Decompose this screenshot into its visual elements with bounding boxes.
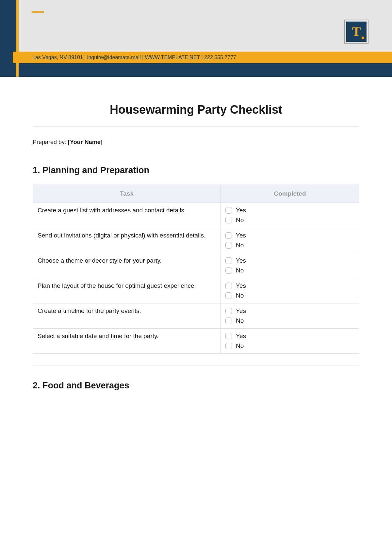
option-no: No <box>225 317 354 324</box>
task-cell: Select a suitable date and time for the … <box>33 329 221 354</box>
completed-cell: YesNo <box>221 253 359 278</box>
option-label-yes: Yes <box>236 307 246 315</box>
table-row: Select a suitable date and time for the … <box>33 329 359 354</box>
logo-dot-icon <box>362 37 364 39</box>
option-label-no: No <box>236 242 244 249</box>
option-no: No <box>225 342 354 350</box>
page-title: Housewarming Party Checklist <box>33 103 359 117</box>
checkbox-yes[interactable] <box>225 308 232 314</box>
option-label-no: No <box>236 267 244 274</box>
section-1-table: Task Completed Create a guest list with … <box>33 185 359 354</box>
option-no: No <box>225 267 354 274</box>
task-cell: Send out invitations (digital or physica… <box>33 228 221 253</box>
checkbox-yes[interactable] <box>225 207 232 214</box>
logo-letter: T <box>352 24 361 39</box>
option-label-no: No <box>236 217 244 224</box>
orange-dash-accent <box>32 11 44 13</box>
completed-cell: YesNo <box>221 329 359 354</box>
navy-side-stripe <box>0 0 16 77</box>
checkbox-no[interactable] <box>225 242 232 249</box>
prepared-value: [Your Name] <box>68 139 103 145</box>
option-yes: Yes <box>225 333 354 340</box>
prepared-line: Prepared by: [Your Name] <box>33 139 359 146</box>
checkbox-no[interactable] <box>225 267 232 274</box>
completed-options: YesNo <box>225 257 354 274</box>
navy-bottom-stripe <box>19 63 392 77</box>
checkbox-yes[interactable] <box>225 283 232 289</box>
contact-banner: Las Vegas, NV 89101 | inquire@ideamate.m… <box>13 52 392 63</box>
section-1-heading: 1. Planning and Preparation <box>33 165 359 175</box>
option-label-yes: Yes <box>236 207 246 214</box>
task-cell: Plan the layout of the house for optimal… <box>33 278 221 303</box>
completed-options: YesNo <box>225 207 354 224</box>
option-no: No <box>225 242 354 249</box>
completed-cell: YesNo <box>221 278 359 303</box>
logo-box: T <box>344 20 368 44</box>
table-row: Create a timeline for the party events.Y… <box>33 303 359 329</box>
checkbox-no[interactable] <box>225 217 232 223</box>
checkbox-yes[interactable] <box>225 257 232 264</box>
prepared-label: Prepared by: <box>33 139 68 145</box>
checkbox-yes[interactable] <box>225 232 232 239</box>
option-label-no: No <box>236 342 244 350</box>
option-no: No <box>225 292 354 299</box>
header-area: T Las Vegas, NV 89101 | inquire@ideamate… <box>0 0 392 77</box>
completed-cell: YesNo <box>221 203 359 228</box>
content-area: Housewarming Party Checklist Prepared by… <box>0 77 392 413</box>
banner-phone: 222 555 7777 <box>204 55 236 60</box>
completed-cell: YesNo <box>221 228 359 253</box>
completed-options: YesNo <box>225 333 354 350</box>
option-label-no: No <box>236 292 244 299</box>
option-label-yes: Yes <box>236 232 246 239</box>
completed-cell: YesNo <box>221 303 359 329</box>
banner-website: WWW.TEMPLATE.NET <box>145 55 200 60</box>
completed-options: YesNo <box>225 307 354 324</box>
option-yes: Yes <box>225 207 354 214</box>
col-completed-header: Completed <box>221 185 359 203</box>
table-row: Send out invitations (digital or physica… <box>33 228 359 253</box>
checkbox-yes[interactable] <box>225 333 232 339</box>
option-label-yes: Yes <box>236 333 246 340</box>
option-label-yes: Yes <box>236 257 246 264</box>
option-yes: Yes <box>225 307 354 315</box>
checkbox-no[interactable] <box>225 292 232 299</box>
table-row: Choose a theme or decor style for your p… <box>33 253 359 278</box>
completed-options: YesNo <box>225 282 354 299</box>
checkbox-no[interactable] <box>225 343 232 349</box>
task-cell: Choose a theme or decor style for your p… <box>33 253 221 278</box>
banner-text: Las Vegas, NV 89101 | inquire@ideamate.m… <box>32 55 236 60</box>
table-row: Plan the layout of the house for optimal… <box>33 278 359 303</box>
option-yes: Yes <box>225 257 354 264</box>
orange-side-stripe <box>16 0 19 77</box>
task-cell: Create a timeline for the party events. <box>33 303 221 329</box>
option-no: No <box>225 217 354 224</box>
col-task-header: Task <box>33 185 221 203</box>
section-2-heading: 2. Food and Beverages <box>33 381 359 391</box>
option-yes: Yes <box>225 232 354 239</box>
banner-address: Las Vegas, NV 89101 <box>32 55 83 60</box>
section-divider <box>33 366 359 366</box>
task-cell: Create a guest list with addresses and c… <box>33 203 221 228</box>
logo-inner: T <box>346 22 367 42</box>
title-divider <box>33 126 359 127</box>
checkbox-no[interactable] <box>225 318 232 324</box>
banner-email: inquire@ideamate.mail <box>87 55 141 60</box>
option-label-yes: Yes <box>236 282 246 289</box>
option-yes: Yes <box>225 282 354 289</box>
table-row: Create a guest list with addresses and c… <box>33 203 359 228</box>
completed-options: YesNo <box>225 232 354 249</box>
option-label-no: No <box>236 317 244 324</box>
